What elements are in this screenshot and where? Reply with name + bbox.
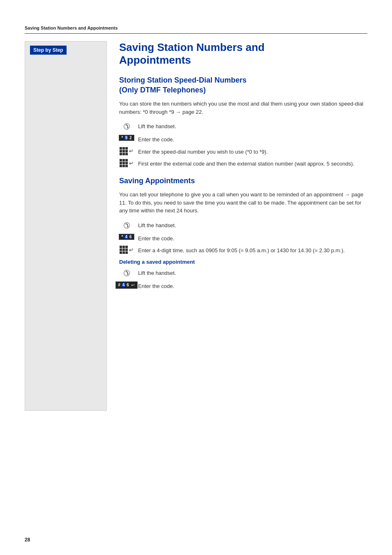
section2-heading: Saving Appointments xyxy=(119,176,367,186)
step-2-code: * 9 2 Enter the code. xyxy=(119,135,367,144)
grid-enter-icon-3: ↵ xyxy=(119,246,134,254)
appt-step-2: * 4 6 Enter the code. xyxy=(119,234,367,243)
step-4-text: First enter the external code and then t… xyxy=(138,159,354,168)
page-wrapper: Saving Station Numbers and Appointments … xyxy=(0,0,392,555)
step-3-grid: ↵ Enter the speed-dial number you wish t… xyxy=(119,147,367,156)
step-1-handset: ✆ Lift the handset. xyxy=(119,122,367,131)
badge-star46-icon: * 4 6 xyxy=(119,234,134,240)
appt-step-2-text: Enter the code. xyxy=(138,234,174,243)
step-2-text: Enter the code. xyxy=(138,135,174,144)
main-title: Saving Station Numbers and Appointments xyxy=(119,41,367,67)
section1-heading: Storing Station Speed-Dial Numbers (Only… xyxy=(119,76,367,95)
handset-icon-3: ✆ xyxy=(119,268,134,278)
handset-icon-1: ✆ xyxy=(119,122,134,131)
appt-step-3-text: Enter a 4-digit time, such as 0905 for 9… xyxy=(138,246,345,255)
step-1-text: Lift the handset. xyxy=(138,122,176,131)
header-section: Saving Station Numbers and Appointments xyxy=(25,25,367,34)
delete-step-2: # 4 6 ↵ Enter the code. xyxy=(119,281,367,290)
appt-step-1: ✆ Lift the handset. xyxy=(119,221,367,230)
badge-hash46-icon: # 4 6 ↵ xyxy=(119,281,134,289)
delete-step-1: ✆ Lift the handset. xyxy=(119,268,367,278)
subsection-heading: Deleting a saved appointment xyxy=(119,259,367,265)
breadcrumb: Saving Station Numbers and Appointments xyxy=(25,25,118,30)
appt-step-3: ↵ Enter a 4-digit time, such as 0905 for… xyxy=(119,246,367,255)
grid-enter-icon-2: ↵ xyxy=(119,159,134,167)
handset-icon-2: ✆ xyxy=(119,221,134,230)
sidebar-label: Step by Step xyxy=(30,46,67,55)
grid-enter-icon-1: ↵ xyxy=(119,147,134,155)
section1-body: You can store the ten numbers which you … xyxy=(119,100,367,116)
badge-star92-icon: * 9 2 xyxy=(119,135,134,141)
delete-step-1-text: Lift the handset. xyxy=(138,268,176,277)
step-4-grid: ↵ First enter the external code and then… xyxy=(119,159,367,168)
delete-step-2-text: Enter the code. xyxy=(138,281,174,290)
main-layout: Step by Step Saving Station Numbers and … xyxy=(25,41,367,411)
step-3-text: Enter the speed-dial number you wish to … xyxy=(138,147,268,156)
appt-step-1-text: Lift the handset. xyxy=(138,221,176,230)
section2-body: You can tell your telephone to give you … xyxy=(119,191,367,215)
content-area: Saving Station Numbers and Appointments … xyxy=(107,41,367,411)
page-number: 28 xyxy=(25,537,30,543)
sidebar: Step by Step xyxy=(25,41,107,411)
